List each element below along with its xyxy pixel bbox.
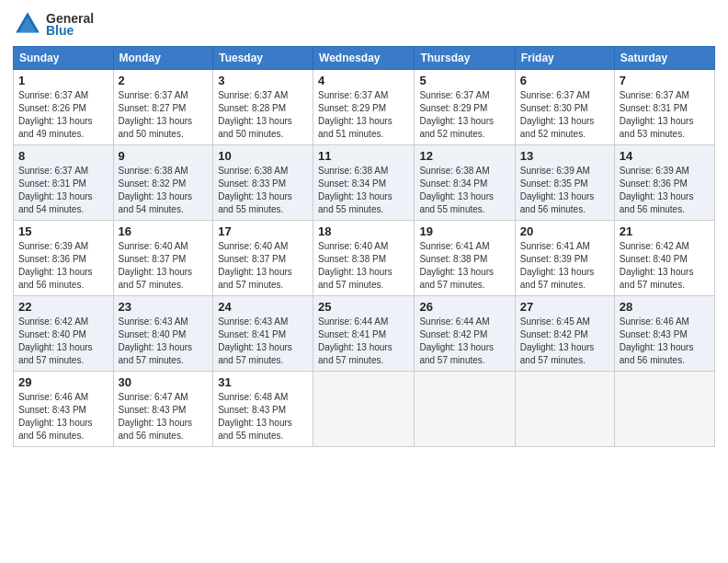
header: General Blue	[13, 9, 715, 39]
day-number: 26	[419, 300, 509, 314]
day-info: Sunrise: 6:43 AM Sunset: 8:41 PM Dayligh…	[218, 316, 308, 367]
calendar-cell: 28Sunrise: 6:46 AM Sunset: 8:43 PM Dayli…	[614, 296, 714, 372]
calendar-cell	[614, 372, 714, 447]
calendar-cell: 26Sunrise: 6:44 AM Sunset: 8:42 PM Dayli…	[415, 296, 515, 372]
day-info: Sunrise: 6:37 AM Sunset: 8:27 PM Dayligh…	[119, 89, 209, 141]
calendar-cell: 30Sunrise: 6:47 AM Sunset: 8:43 PM Dayli…	[113, 372, 213, 447]
day-info: Sunrise: 6:38 AM Sunset: 8:32 PM Dayligh…	[119, 165, 209, 216]
day-info: Sunrise: 6:40 AM Sunset: 8:37 PM Dayligh…	[218, 240, 308, 292]
day-number: 16	[119, 224, 209, 238]
day-number: 31	[218, 375, 308, 389]
day-number: 4	[318, 74, 409, 87]
logo-brand: General Blue	[13, 9, 94, 39]
calendar-cell: 7Sunrise: 6:37 AM Sunset: 8:31 PM Daylig…	[614, 70, 714, 145]
calendar-cell: 6Sunrise: 6:37 AM Sunset: 8:30 PM Daylig…	[515, 70, 614, 145]
day-number: 13	[520, 149, 609, 163]
day-info: Sunrise: 6:40 AM Sunset: 8:37 PM Dayligh…	[119, 240, 209, 292]
day-number: 21	[620, 224, 710, 238]
day-number: 12	[419, 149, 509, 163]
day-info: Sunrise: 6:42 AM Sunset: 8:40 PM Dayligh…	[620, 240, 710, 292]
calendar-cell: 20Sunrise: 6:41 AM Sunset: 8:39 PM Dayli…	[515, 221, 614, 296]
calendar-cell: 21Sunrise: 6:42 AM Sunset: 8:40 PM Dayli…	[614, 221, 714, 296]
day-number: 8	[18, 149, 108, 163]
day-number: 11	[318, 149, 409, 163]
calendar-cell: 19Sunrise: 6:41 AM Sunset: 8:38 PM Dayli…	[415, 221, 515, 296]
day-info: Sunrise: 6:38 AM Sunset: 8:34 PM Dayligh…	[318, 165, 409, 216]
weekday-header-wednesday: Wednesday	[313, 47, 415, 70]
week-row-3: 15Sunrise: 6:39 AM Sunset: 8:36 PM Dayli…	[14, 221, 715, 296]
day-number: 22	[18, 300, 108, 314]
calendar-cell: 3Sunrise: 6:37 AM Sunset: 8:28 PM Daylig…	[213, 70, 313, 145]
calendar-cell	[415, 372, 515, 447]
week-row-1: 1Sunrise: 6:37 AM Sunset: 8:26 PM Daylig…	[14, 70, 715, 145]
day-number: 19	[419, 224, 509, 238]
logo-icon	[13, 9, 42, 39]
day-number: 9	[119, 149, 209, 163]
day-info: Sunrise: 6:37 AM Sunset: 8:26 PM Dayligh…	[18, 89, 108, 141]
calendar-cell: 14Sunrise: 6:39 AM Sunset: 8:36 PM Dayli…	[614, 145, 714, 221]
page: General Blue SundayMondayTuesdayWednesda…	[0, 0, 728, 563]
calendar-cell: 24Sunrise: 6:43 AM Sunset: 8:41 PM Dayli…	[213, 296, 313, 372]
day-info: Sunrise: 6:46 AM Sunset: 8:43 PM Dayligh…	[620, 316, 710, 367]
day-info: Sunrise: 6:37 AM Sunset: 8:31 PM Dayligh…	[620, 89, 710, 141]
week-row-4: 22Sunrise: 6:42 AM Sunset: 8:40 PM Dayli…	[14, 296, 715, 372]
day-info: Sunrise: 6:44 AM Sunset: 8:42 PM Dayligh…	[419, 316, 509, 367]
calendar-cell	[515, 372, 614, 447]
week-row-2: 8Sunrise: 6:37 AM Sunset: 8:31 PM Daylig…	[14, 145, 715, 221]
calendar-cell: 1Sunrise: 6:37 AM Sunset: 8:26 PM Daylig…	[14, 70, 114, 145]
day-info: Sunrise: 6:39 AM Sunset: 8:35 PM Dayligh…	[520, 165, 609, 216]
day-info: Sunrise: 6:42 AM Sunset: 8:40 PM Dayligh…	[18, 316, 108, 367]
day-number: 29	[18, 375, 108, 389]
day-number: 6	[520, 74, 609, 87]
calendar-cell	[313, 372, 415, 447]
day-info: Sunrise: 6:37 AM Sunset: 8:28 PM Dayligh…	[218, 89, 308, 141]
day-info: Sunrise: 6:37 AM Sunset: 8:29 PM Dayligh…	[318, 89, 409, 141]
day-number: 27	[520, 300, 609, 314]
calendar-cell: 25Sunrise: 6:44 AM Sunset: 8:41 PM Dayli…	[313, 296, 415, 372]
calendar-cell: 31Sunrise: 6:48 AM Sunset: 8:43 PM Dayli…	[213, 372, 313, 447]
week-row-5: 29Sunrise: 6:46 AM Sunset: 8:43 PM Dayli…	[14, 372, 715, 447]
day-info: Sunrise: 6:43 AM Sunset: 8:40 PM Dayligh…	[119, 316, 209, 367]
day-info: Sunrise: 6:44 AM Sunset: 8:41 PM Dayligh…	[318, 316, 409, 367]
day-info: Sunrise: 6:41 AM Sunset: 8:39 PM Dayligh…	[520, 240, 609, 292]
day-number: 15	[18, 224, 108, 238]
weekday-header-saturday: Saturday	[614, 47, 714, 70]
calendar-cell: 18Sunrise: 6:40 AM Sunset: 8:38 PM Dayli…	[313, 221, 415, 296]
day-info: Sunrise: 6:46 AM Sunset: 8:43 PM Dayligh…	[18, 391, 108, 442]
day-number: 10	[218, 149, 308, 163]
calendar-cell: 17Sunrise: 6:40 AM Sunset: 8:37 PM Dayli…	[213, 221, 313, 296]
day-info: Sunrise: 6:37 AM Sunset: 8:30 PM Dayligh…	[520, 89, 609, 141]
day-info: Sunrise: 6:47 AM Sunset: 8:43 PM Dayligh…	[119, 391, 209, 442]
day-number: 14	[620, 149, 710, 163]
day-number: 17	[218, 224, 308, 238]
calendar-cell: 9Sunrise: 6:38 AM Sunset: 8:32 PM Daylig…	[113, 145, 213, 221]
calendar-cell: 16Sunrise: 6:40 AM Sunset: 8:37 PM Dayli…	[113, 221, 213, 296]
day-number: 7	[620, 74, 710, 87]
day-info: Sunrise: 6:41 AM Sunset: 8:38 PM Dayligh…	[419, 240, 509, 292]
calendar-cell: 11Sunrise: 6:38 AM Sunset: 8:34 PM Dayli…	[313, 145, 415, 221]
day-number: 2	[119, 74, 209, 87]
calendar-cell: 5Sunrise: 6:37 AM Sunset: 8:29 PM Daylig…	[415, 70, 515, 145]
day-number: 23	[119, 300, 209, 314]
day-info: Sunrise: 6:37 AM Sunset: 8:31 PM Dayligh…	[18, 165, 108, 216]
weekday-header-tuesday: Tuesday	[213, 47, 313, 70]
weekday-header-sunday: Sunday	[14, 47, 114, 70]
day-number: 5	[419, 74, 509, 87]
day-info: Sunrise: 6:48 AM Sunset: 8:43 PM Dayligh…	[218, 391, 308, 442]
calendar-cell: 12Sunrise: 6:38 AM Sunset: 8:34 PM Dayli…	[415, 145, 515, 221]
calendar-cell: 8Sunrise: 6:37 AM Sunset: 8:31 PM Daylig…	[14, 145, 114, 221]
day-info: Sunrise: 6:39 AM Sunset: 8:36 PM Dayligh…	[18, 240, 108, 292]
day-number: 25	[318, 300, 409, 314]
day-number: 28	[620, 300, 710, 314]
day-number: 1	[18, 74, 108, 87]
day-info: Sunrise: 6:38 AM Sunset: 8:34 PM Dayligh…	[419, 165, 509, 216]
logo: General Blue	[13, 9, 94, 39]
day-number: 20	[520, 224, 609, 238]
day-number: 24	[218, 300, 308, 314]
weekday-header-row: SundayMondayTuesdayWednesdayThursdayFrid…	[14, 47, 715, 70]
calendar-cell: 2Sunrise: 6:37 AM Sunset: 8:27 PM Daylig…	[113, 70, 213, 145]
calendar-cell: 13Sunrise: 6:39 AM Sunset: 8:35 PM Dayli…	[515, 145, 614, 221]
calendar-cell: 15Sunrise: 6:39 AM Sunset: 8:36 PM Dayli…	[14, 221, 114, 296]
weekday-header-thursday: Thursday	[415, 47, 515, 70]
weekday-header-friday: Friday	[515, 47, 614, 70]
